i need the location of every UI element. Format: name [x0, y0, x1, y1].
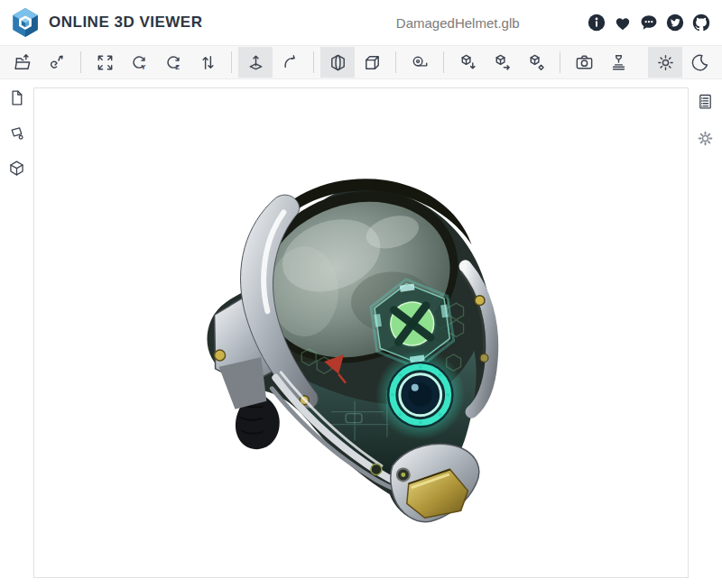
light-mode-button[interactable]	[648, 47, 682, 78]
heart-icon[interactable]	[613, 13, 633, 32]
moon-icon	[690, 52, 710, 73]
fixed-up-vector-button[interactable]	[238, 47, 273, 78]
mesh-cube-icon	[7, 159, 26, 178]
perspective-camera-button[interactable]	[320, 47, 355, 78]
gear-icon	[696, 129, 715, 148]
damaged-helmet-model	[34, 88, 688, 577]
materials-panel-button[interactable]	[7, 124, 26, 142]
details-list-icon	[696, 92, 715, 111]
toolbar-separator	[560, 51, 560, 73]
set-z-up-button[interactable]: Z	[156, 47, 190, 78]
discord-icon[interactable]	[639, 13, 659, 32]
free-orbit-button[interactable]	[273, 47, 307, 78]
open-file-icon	[13, 52, 33, 73]
viewport-canvas[interactable]	[33, 87, 689, 578]
meshes-panel-button[interactable]	[7, 159, 26, 178]
free-orbit-icon	[280, 52, 301, 73]
set-y-up-button[interactable]: Y	[122, 47, 156, 78]
share-model-icon	[526, 52, 547, 73]
fixed-up-vector-icon	[245, 52, 266, 73]
toolbar-separator	[313, 51, 314, 73]
info-icon[interactable]	[587, 13, 606, 32]
open-url-icon	[47, 52, 68, 73]
svg-text:Y: Y	[141, 63, 145, 71]
open-file-button[interactable]	[5, 47, 40, 78]
orthographic-camera-icon	[362, 52, 383, 73]
set-y-up-icon: Y	[129, 52, 150, 73]
export-model-button[interactable]	[485, 47, 519, 78]
right-panel-rail	[689, 79, 722, 588]
settings-panel-button[interactable]	[696, 129, 715, 148]
export-model-icon	[492, 52, 513, 73]
snapshot-icon	[574, 52, 595, 73]
toolbar-separator	[231, 51, 232, 73]
github-icon[interactable]	[691, 13, 711, 32]
perspective-camera-icon	[328, 52, 348, 73]
toolbar-separator	[443, 51, 444, 73]
details-panel-button[interactable]	[696, 92, 715, 111]
files-panel-button[interactable]	[7, 88, 26, 107]
flip-up-vector-button[interactable]	[190, 47, 225, 78]
left-panel-rail	[0, 79, 33, 588]
share-model-button[interactable]	[519, 47, 553, 78]
file-icon	[7, 88, 26, 107]
fit-to-window-button[interactable]	[88, 47, 122, 78]
print-3d-button[interactable]	[601, 47, 635, 78]
print-3d-icon	[608, 52, 629, 73]
toolbar-separator	[80, 51, 81, 73]
download-model-icon	[458, 52, 478, 73]
toolbar: Y Z	[0, 45, 722, 79]
download-model-button[interactable]	[450, 47, 485, 78]
app-logo-icon[interactable]	[11, 7, 40, 38]
material-swatch-icon	[7, 124, 26, 142]
open-url-button[interactable]	[40, 47, 74, 78]
toolbar-separator	[395, 51, 396, 73]
fit-to-window-icon	[95, 52, 116, 73]
measure-icon	[410, 52, 430, 73]
orthographic-camera-button[interactable]	[355, 47, 389, 78]
dark-mode-button[interactable]	[682, 47, 717, 78]
svg-text:Z: Z	[175, 63, 180, 71]
set-z-up-icon: Z	[163, 52, 184, 73]
flip-up-vector-icon	[198, 52, 218, 73]
app-title: ONLINE 3D VIEWER	[49, 14, 202, 32]
measure-button[interactable]	[403, 47, 437, 78]
content-area	[0, 79, 722, 588]
twitter-icon[interactable]	[665, 13, 685, 32]
header: ONLINE 3D VIEWER DamagedHelmet.glb	[0, 0, 722, 45]
snapshot-button[interactable]	[567, 47, 601, 78]
sun-icon	[655, 52, 676, 73]
